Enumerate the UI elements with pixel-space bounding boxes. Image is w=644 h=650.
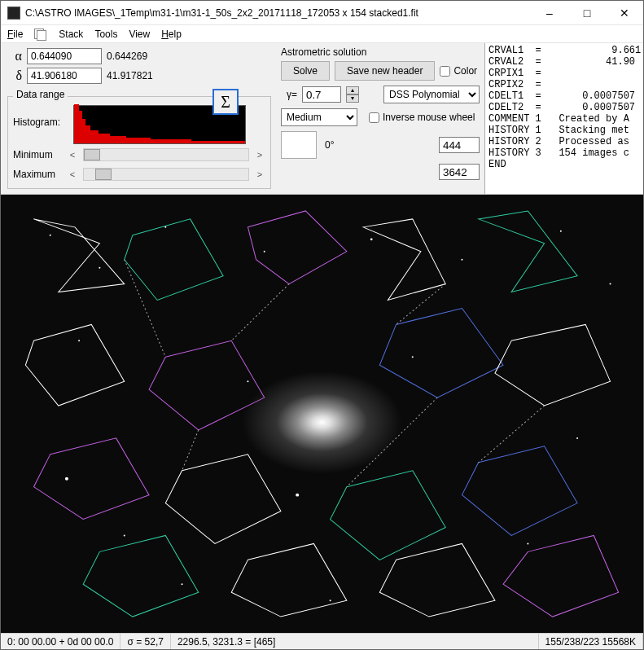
statusbar: 0: 00 00.00 + 0d 00 00.0 σ = 52,7 2296.5… — [1, 633, 643, 649]
svg-marker-30 — [462, 446, 577, 536]
rotation-label: 0° — [325, 139, 334, 151]
solve-button[interactable]: Solve — [281, 61, 330, 81]
color-checkbox-row[interactable]: Color — [440, 65, 477, 77]
svg-marker-25 — [379, 308, 503, 397]
delta-label: δ — [7, 68, 22, 83]
gamma-label: γ= — [281, 89, 297, 100]
svg-marker-31 — [83, 535, 199, 617]
menu-view[interactable]: View — [129, 29, 150, 40]
fits-header-view[interactable]: CRVAL1 = 9.661 CRVAL2 = 41.90 CRPIX1 = C… — [484, 43, 643, 194]
svg-point-0 — [50, 235, 51, 236]
svg-point-5 — [461, 259, 462, 261]
status-sigma: σ = 52,7 — [120, 634, 170, 649]
astrometric-panel: Astrometric solution Solve Save new head… — [276, 43, 484, 194]
sigma-button[interactable]: Σ — [212, 89, 239, 115]
coordinates-panel: α 0.644269 δ 41.917821 Data range Histog… — [1, 43, 276, 194]
save-header-button[interactable]: Save new header — [335, 61, 435, 81]
menu-help[interactable]: Help — [161, 29, 182, 40]
maximum-slider[interactable] — [83, 168, 249, 181]
stretch-select[interactable]: Medium — [281, 108, 357, 126]
menu-file[interactable]: File — [7, 29, 23, 40]
svg-point-2 — [164, 226, 166, 228]
svg-point-12 — [330, 599, 331, 601]
svg-point-10 — [576, 437, 578, 439]
astrometric-title: Astrometric solution — [281, 46, 480, 58]
polynomial-select[interactable]: DSS Polynomial — [383, 86, 480, 103]
menu-stack[interactable]: Stack — [59, 29, 83, 40]
menu-tools[interactable]: Tools — [94, 29, 117, 40]
svg-point-1 — [99, 267, 100, 269]
status-pixel: 2296.5, 3231.3 = [465] — [171, 634, 539, 649]
svg-point-4 — [370, 238, 373, 240]
svg-point-14 — [124, 534, 125, 536]
svg-point-13 — [182, 583, 183, 585]
svg-point-9 — [65, 477, 68, 481]
alpha-input[interactable] — [27, 48, 102, 64]
app-icon — [7, 7, 20, 20]
titlebar: C:\ASTRO IMAGES\_1Temp\m31-1\m31-1_50s_2… — [1, 1, 643, 25]
max-left-arrow[interactable]: < — [67, 169, 78, 179]
svg-point-6 — [560, 231, 562, 232]
status-coords-ra-dec: 0: 00 00.00 + 0d 00 00.0 — [1, 634, 120, 649]
top-panel: α 0.644269 δ 41.917821 Data range Histog… — [1, 43, 643, 195]
min-right-arrow[interactable]: > — [254, 150, 265, 160]
svg-marker-24 — [149, 340, 265, 430]
svg-marker-23 — [25, 324, 124, 406]
svg-marker-22 — [479, 211, 577, 292]
window-title: C:\ASTRO IMAGES\_1Temp\m31-1\m31-1_50s_2… — [25, 7, 531, 19]
max-right-arrow[interactable]: > — [254, 169, 265, 179]
alpha-label: α — [7, 49, 22, 64]
svg-marker-32 — [231, 543, 347, 617]
close-button[interactable]: ✕ — [606, 1, 643, 25]
minimum-label: Minimum — [13, 149, 62, 160]
svg-marker-18 — [33, 219, 124, 292]
delta-input[interactable] — [27, 68, 102, 84]
copy-icon[interactable] — [34, 29, 47, 40]
svg-marker-19 — [125, 219, 223, 301]
minimum-slider[interactable] — [83, 148, 249, 161]
min-left-arrow[interactable]: < — [67, 150, 78, 160]
inverse-wheel-checkbox[interactable] — [369, 112, 379, 123]
inverse-wheel-row[interactable]: Inverse mouse wheel — [369, 112, 475, 123]
svg-point-7 — [610, 283, 611, 285]
svg-point-3 — [264, 251, 265, 253]
svg-marker-34 — [503, 535, 619, 617]
min-value-input[interactable] — [439, 137, 480, 153]
max-value-input[interactable] — [439, 164, 480, 180]
svg-point-15 — [296, 494, 299, 497]
svg-point-8 — [78, 340, 80, 341]
histogram-label: Histogram: — [13, 105, 68, 128]
svg-marker-21 — [363, 219, 445, 301]
gamma-spinner[interactable]: ▴▾ — [346, 86, 359, 103]
menubar: File Stack Tools View Help — [1, 25, 643, 43]
svg-point-11 — [527, 542, 528, 544]
svg-point-16 — [412, 356, 414, 358]
color-label: Color — [453, 65, 477, 77]
status-memory: 155/238/223 15568K — [539, 634, 643, 649]
data-range-legend: Data range — [13, 89, 68, 100]
minimize-button[interactable]: – — [531, 1, 568, 25]
overlay-svg — [1, 195, 643, 633]
gamma-input[interactable] — [302, 86, 341, 103]
image-viewport[interactable] — [1, 195, 643, 633]
delta-display: 41.917821 — [107, 70, 159, 81]
color-checkbox[interactable] — [440, 66, 450, 77]
maximum-label: Maximum — [13, 169, 62, 180]
svg-marker-27 — [33, 438, 149, 520]
orientation-preview — [281, 131, 317, 159]
inverse-wheel-label: Inverse mouse wheel — [383, 112, 475, 123]
alpha-display: 0.644269 — [107, 51, 159, 62]
svg-marker-26 — [495, 324, 611, 406]
svg-point-17 — [247, 380, 248, 382]
svg-marker-29 — [331, 471, 446, 560]
svg-marker-20 — [248, 211, 346, 284]
maximize-button[interactable]: □ — [568, 1, 606, 25]
svg-marker-33 — [379, 543, 495, 617]
